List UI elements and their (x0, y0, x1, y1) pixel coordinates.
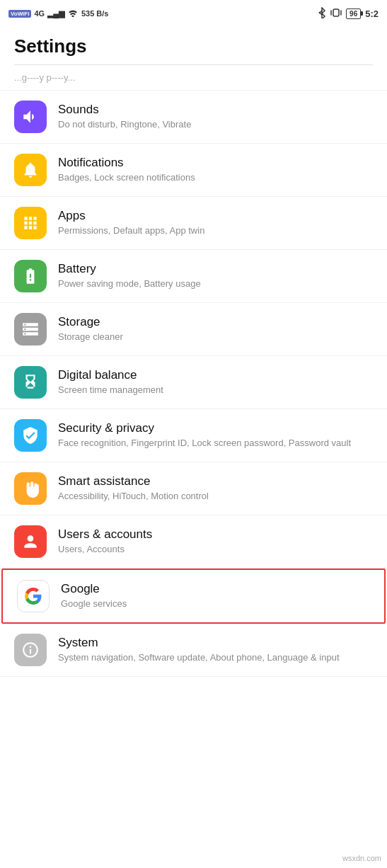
security-title: Security & privacy (58, 421, 373, 435)
security-subtitle: Face recognition, Fingerprint ID, Lock s… (58, 437, 373, 450)
google-subtitle: Google services (61, 598, 370, 610)
wifi-icon (67, 8, 79, 18)
settings-item-apps[interactable]: Apps Permissions, Default apps, App twin (0, 197, 387, 250)
users-title: Users & accounts (58, 527, 373, 542)
bluetooth-icon (318, 7, 326, 20)
hourglass-icon (21, 373, 40, 392)
sounds-subtitle: Do not disturb, Ringtone, Vibrate (58, 118, 373, 131)
settings-item-notifications[interactable]: Notifications Badges, Lock screen notifi… (0, 144, 387, 197)
google-icon-wrap (17, 580, 50, 612)
smart-assistance-text: Smart assistance Accessibility, HiTouch,… (58, 474, 373, 503)
network-type: 4G (34, 9, 45, 18)
sounds-icon-wrap (14, 101, 47, 133)
notifications-icon-wrap (14, 154, 47, 186)
page-header: Settings (0, 25, 387, 64)
vowifi-indicator: VoWiFi (8, 10, 31, 18)
settings-list: Sounds Do not disturb, Ringtone, Vibrate… (0, 91, 387, 677)
system-title: System (58, 636, 373, 650)
settings-item-system[interactable]: System System navigation, Software updat… (0, 624, 387, 677)
settings-item-smart-assistance[interactable]: Smart assistance Accessibility, HiTouch,… (0, 462, 387, 515)
users-subtitle: Users, Accounts (58, 543, 373, 556)
battery-indicator: 96 (346, 8, 361, 19)
sounds-text: Sounds Do not disturb, Ringtone, Vibrate (58, 103, 373, 131)
page-title: Settings (14, 35, 373, 57)
google-title: Google (61, 582, 370, 596)
apps-subtitle: Permissions, Default apps, App twin (58, 224, 373, 237)
system-subtitle: System navigation, Software update, Abou… (58, 651, 373, 664)
status-right: 96 5:2 (318, 7, 379, 20)
battery-icon-wrap (14, 260, 47, 292)
google-icon (24, 587, 42, 605)
svg-rect-2 (333, 9, 339, 16)
signal-strength: ▂▄▆ (47, 9, 64, 18)
users-icon-wrap (14, 525, 47, 558)
clock: 5:2 (365, 8, 379, 19)
smart-assistance-icon-wrap (14, 472, 47, 505)
volume-icon (21, 108, 40, 126)
notifications-title: Notifications (58, 156, 373, 170)
storage-icon-wrap (14, 313, 47, 346)
users-text: Users & accounts Users, Accounts (58, 527, 373, 556)
sounds-title: Sounds (58, 103, 373, 117)
settings-item-battery[interactable]: Battery Power saving mode, Battery usage (0, 250, 387, 303)
bell-icon (21, 161, 40, 179)
status-bar: VoWiFi 4G ▂▄▆ 535 B/s (0, 0, 387, 25)
notifications-subtitle: Badges, Lock screen notifications (58, 171, 373, 184)
battery-icon (21, 267, 40, 285)
battery-subtitle: Power saving mode, Battery usage (58, 278, 373, 290)
system-icon-wrap (14, 634, 47, 666)
hand-icon (21, 479, 40, 498)
digital-balance-subtitle: Screen time management (58, 384, 373, 396)
smart-assistance-subtitle: Accessibility, HiTouch, Motion control (58, 490, 373, 503)
settings-item-digital-balance[interactable]: Digital balance Screen time management (0, 356, 387, 409)
apps-title: Apps (58, 209, 373, 223)
status-left: VoWiFi 4G ▂▄▆ 535 B/s (8, 8, 108, 18)
digital-balance-text: Digital balance Screen time management (58, 368, 373, 396)
notifications-text: Notifications Badges, Lock screen notifi… (58, 156, 373, 184)
shield-icon (21, 426, 40, 445)
security-text: Security & privacy Face recognition, Fin… (58, 421, 373, 450)
apps-icon-wrap (14, 207, 47, 239)
storage-icon (21, 320, 40, 338)
smart-assistance-title: Smart assistance (58, 474, 373, 489)
settings-item-sounds[interactable]: Sounds Do not disturb, Ringtone, Vibrate (0, 91, 387, 144)
digital-balance-icon-wrap (14, 366, 47, 399)
vibrate-icon (330, 7, 342, 20)
user-icon (21, 532, 40, 551)
google-text: Google Google services (61, 582, 370, 610)
apps-text: Apps Permissions, Default apps, App twin (58, 209, 373, 237)
storage-subtitle: Storage cleaner (58, 331, 373, 343)
settings-item-google[interactable]: Google Google services (1, 569, 386, 624)
system-text: System System navigation, Software updat… (58, 636, 373, 664)
settings-item-security[interactable]: Security & privacy Face recognition, Fin… (0, 409, 387, 462)
security-icon-wrap (14, 419, 47, 452)
settings-item-storage[interactable]: Storage Storage cleaner (0, 303, 387, 356)
battery-text: Battery Power saving mode, Battery usage (58, 262, 373, 290)
battery-title: Battery (58, 262, 373, 276)
apps-icon (21, 214, 40, 232)
storage-text: Storage Storage cleaner (58, 315, 373, 343)
digital-balance-title: Digital balance (58, 368, 373, 382)
watermark: wsxdn.com (342, 854, 381, 862)
storage-title: Storage (58, 315, 373, 329)
settings-item-users[interactable]: Users & accounts Users, Accounts (0, 515, 387, 569)
info-icon (21, 641, 40, 659)
data-speed: 535 B/s (81, 9, 109, 18)
partial-top-item: ...g----y p----y... (0, 65, 387, 91)
